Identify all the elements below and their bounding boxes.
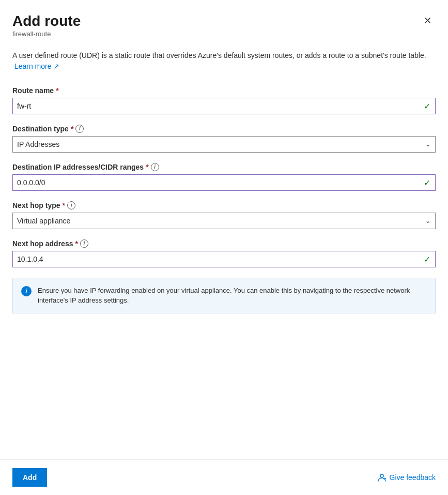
destination-ip-input-wrapper: ✓	[12, 174, 436, 191]
next-hop-address-check-icon: ✓	[424, 254, 430, 264]
destination-ip-check-icon: ✓	[424, 177, 430, 187]
panel-subtitle: firewall-route	[12, 30, 81, 38]
next-hop-address-info-icon: i	[80, 239, 88, 248]
info-box-icon: i	[21, 286, 32, 296]
add-button[interactable]: Add	[12, 468, 47, 487]
learn-more-link[interactable]: Learn more ↗	[14, 62, 59, 70]
destination-ip-input[interactable]	[12, 174, 436, 191]
next-hop-address-group: Next hop address * i ✓	[12, 239, 436, 267]
route-name-check-icon: ✓	[424, 101, 430, 111]
title-group: Add route firewall-route	[12, 12, 81, 48]
next-hop-type-select-wrapper: Virtual appliance Virtual network gatewa…	[12, 213, 436, 229]
page-title: Add route	[12, 12, 81, 30]
next-hop-type-group: Next hop type * i Virtual appliance Virt…	[12, 201, 436, 229]
panel-footer: Add Give feedback	[0, 459, 448, 495]
route-name-label: Route name *	[12, 86, 436, 95]
panel-header: Add route firewall-route ✕	[12, 12, 436, 48]
description-text: A user defined route (UDR) is a static r…	[12, 50, 436, 72]
route-name-input-wrapper: ✓	[12, 98, 436, 114]
next-hop-type-info-icon: i	[67, 201, 75, 209]
destination-type-select-wrapper: IP Addresses Service Tag Virtual network…	[12, 136, 436, 153]
destination-type-label: Destination type * i	[12, 125, 436, 133]
destination-ip-info-icon: i	[151, 163, 159, 171]
svg-point-0	[380, 474, 383, 477]
next-hop-address-input-wrapper: ✓	[12, 251, 436, 267]
next-hop-type-label: Next hop type * i	[12, 201, 436, 209]
required-star-hop: *	[63, 201, 65, 209]
required-star-dest: *	[71, 125, 73, 133]
info-box-text: Ensure you have IP forwarding enabled on…	[38, 286, 427, 306]
destination-ip-label: Destination IP addresses/CIDR ranges * i	[12, 163, 436, 171]
next-hop-address-input[interactable]	[12, 251, 436, 267]
required-star-addr: *	[75, 239, 78, 248]
route-name-input[interactable]	[12, 98, 436, 114]
required-star: *	[56, 86, 58, 95]
route-name-group: Route name * ✓	[12, 86, 436, 114]
give-feedback-link[interactable]: Give feedback	[377, 473, 436, 482]
feedback-icon	[377, 473, 387, 482]
close-icon: ✕	[424, 15, 431, 26]
panel-content: Add route firewall-route ✕ A user define…	[0, 0, 448, 459]
external-link-icon: ↗	[53, 62, 59, 70]
info-box: i Ensure you have IP forwarding enabled …	[12, 278, 436, 313]
destination-type-group: Destination type * i IP Addresses Servic…	[12, 125, 436, 153]
required-star-ip: *	[146, 163, 148, 171]
add-route-panel: Add route firewall-route ✕ A user define…	[0, 0, 448, 495]
destination-type-select[interactable]: IP Addresses Service Tag Virtual network…	[12, 136, 436, 153]
next-hop-address-label: Next hop address * i	[12, 239, 436, 248]
close-button[interactable]: ✕	[419, 12, 436, 29]
destination-type-info-icon: i	[75, 125, 84, 133]
destination-ip-group: Destination IP addresses/CIDR ranges * i…	[12, 163, 436, 191]
next-hop-type-select[interactable]: Virtual appliance Virtual network gatewa…	[12, 213, 436, 229]
